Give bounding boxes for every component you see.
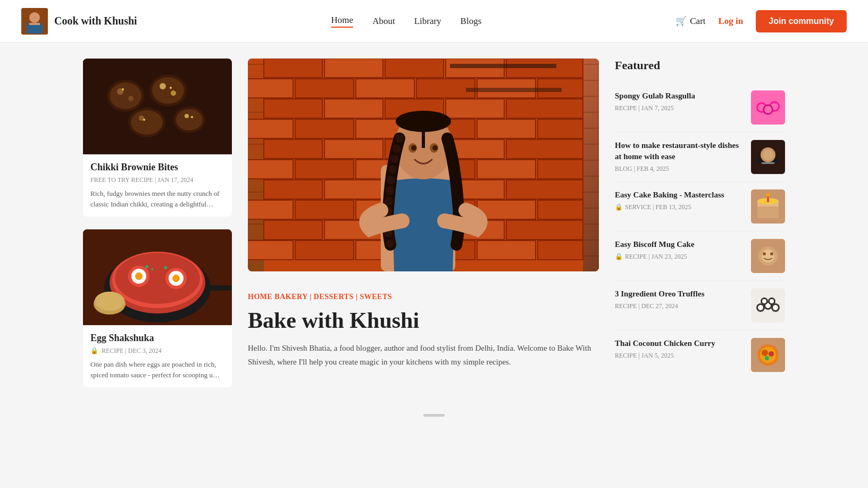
svg-point-127	[763, 252, 766, 255]
featured-thumb-4	[751, 288, 785, 322]
hero-background	[248, 59, 599, 271]
svg-rect-58	[295, 119, 354, 138]
login-link[interactable]: Log in	[719, 16, 744, 27]
svg-rect-97	[466, 88, 562, 92]
page-content: Chikki Brownie Bites FREE TO TRY RECIPE …	[62, 43, 806, 403]
svg-rect-80	[295, 200, 354, 219]
svg-point-112	[764, 106, 772, 113]
hero-category: HOME BAKERY | DESSERTS | SWEETS	[248, 293, 599, 301]
brand-name: Cook with Khushi	[54, 15, 137, 27]
svg-point-10	[152, 77, 184, 104]
featured-info-2: Easy Cake Baking - Masterclass 🔒 SERVICE…	[615, 189, 744, 211]
featured-item-2[interactable]: Easy Cake Baking - Masterclass 🔒 SERVICE…	[615, 182, 785, 231]
featured-thumb-0	[751, 90, 785, 125]
featured-item-3[interactable]: Easy Biscoff Mug Cake 🔒 RECIPE | Jan 23,…	[615, 231, 785, 281]
nav-right: 🛒 Cart Log in Join community	[675, 10, 847, 32]
svg-rect-101	[422, 121, 425, 148]
svg-point-18	[185, 114, 189, 118]
featured-item-4[interactable]: 3 Ingredient Oreo Truffles RECIPE | Dec …	[615, 281, 785, 330]
svg-rect-41	[264, 59, 322, 78]
card-chikki-brownie[interactable]: Chikki Brownie Bites FREE TO TRY RECIPE …	[83, 59, 232, 217]
nav-link-home[interactable]: Home	[331, 15, 354, 28]
svg-point-131	[758, 305, 763, 310]
svg-point-36	[164, 266, 167, 269]
svg-rect-3	[29, 23, 40, 25]
featured-heading: Featured	[615, 59, 785, 72]
nav-link-about[interactable]: About	[372, 16, 395, 27]
svg-rect-47	[295, 79, 354, 98]
svg-point-35	[151, 268, 153, 270]
featured-item-0[interactable]: Spongy Gulab Rasgulla RECIPE | Jan 7, 20…	[615, 83, 785, 133]
featured-title-4: 3 Ingredient Oreo Truffles	[615, 288, 744, 300]
card-body-brownie: Chikki Brownie Bites FREE TO TRY RECIPE …	[83, 154, 232, 217]
card-desc-shakshuka: One pan dish where eggs are poached in r…	[90, 359, 224, 380]
nav-links: Home About Library Blogs	[331, 15, 482, 28]
featured-title-5: Thai Coconut Chicken Curry	[615, 338, 744, 349]
svg-point-105	[432, 145, 438, 151]
join-button[interactable]: Join community	[756, 10, 847, 32]
svg-rect-56	[506, 99, 583, 118]
card-desc-brownie: Rich, fudgy brownies meet the nutty crun…	[90, 188, 224, 209]
featured-thumb-3	[751, 239, 785, 273]
svg-point-19	[122, 88, 124, 90]
svg-point-145	[765, 356, 769, 360]
svg-rect-68	[248, 160, 293, 179]
svg-point-116	[763, 150, 773, 160]
svg-point-128	[770, 252, 773, 255]
featured-title-3: Easy Biscoff Mug Cake	[615, 239, 744, 250]
svg-rect-85	[264, 220, 322, 239]
featured-item-5[interactable]: Thai Coconut Chicken Curry RECIPE | Jan …	[615, 330, 785, 379]
cart-icon: 🛒	[675, 15, 687, 27]
featured-meta-3: 🔒 RECIPE | Jan 23, 2025	[615, 253, 744, 261]
svg-rect-67	[506, 139, 583, 159]
hero-description: Hello. I'm Shivesh Bhatia, a food blogge…	[248, 342, 599, 369]
svg-rect-43	[385, 59, 444, 78]
card-meta-shakshuka: 🔒 RECIPE | Dec 3, 2024	[90, 347, 224, 355]
svg-rect-79	[248, 200, 293, 219]
svg-rect-4	[83, 59, 232, 154]
nav-link-blogs[interactable]: Blogs	[461, 16, 482, 27]
featured-info-4: 3 Ingredient Oreo Truffles RECIPE | Dec …	[615, 288, 744, 310]
svg-point-20	[170, 87, 172, 89]
svg-rect-94	[477, 241, 536, 260]
svg-point-22	[191, 116, 193, 118]
svg-rect-90	[248, 241, 293, 260]
center-column: HOME BAKERY | DESSERTS | SWEETS Bake wit…	[248, 59, 599, 387]
svg-rect-89	[506, 220, 583, 239]
svg-rect-91	[295, 241, 354, 260]
svg-rect-95	[538, 241, 583, 260]
hero-title: Bake with Khushi	[248, 308, 599, 333]
featured-thumb-1	[751, 140, 785, 174]
card-shakshuka[interactable]: Egg Shakshuka 🔒 RECIPE | Dec 3, 2024 One…	[83, 229, 232, 387]
nav-link-library[interactable]: Library	[414, 16, 441, 27]
svg-point-1	[29, 12, 40, 23]
svg-point-6	[110, 82, 141, 109]
svg-point-137	[762, 299, 766, 303]
featured-item-1[interactable]: How to make restaurant-style dishes at h…	[615, 133, 785, 182]
svg-point-30	[135, 272, 143, 280]
featured-thumb-2	[751, 189, 785, 224]
svg-rect-37	[205, 285, 232, 291]
featured-title-1: How to make restaurant-style dishes at h…	[615, 140, 744, 162]
brand-logo[interactable]: Cook with Khushi	[21, 8, 137, 35]
svg-rect-119	[757, 205, 779, 218]
featured-list: Spongy Gulab Rasgulla RECIPE | Jan 7, 20…	[615, 83, 785, 379]
svg-point-144	[769, 351, 774, 357]
svg-rect-48	[356, 79, 414, 98]
svg-point-143	[762, 350, 768, 356]
svg-rect-73	[538, 160, 583, 179]
cart-link[interactable]: 🛒 Cart	[675, 15, 705, 27]
svg-rect-53	[324, 99, 383, 118]
logo-image	[21, 8, 48, 35]
card-meta-brownie: FREE TO TRY RECIPE | Jan 17, 2024	[90, 176, 224, 184]
svg-point-17	[176, 109, 203, 130]
featured-info-5: Thai Coconut Chicken Curry RECIPE | Jan …	[615, 338, 744, 360]
card-title-shakshuka: Egg Shakshuka	[90, 333, 224, 344]
navigation: Cook with Khushi Home About Library Blog…	[0, 0, 868, 43]
featured-thumb-5	[751, 338, 785, 372]
svg-rect-61	[477, 119, 536, 138]
lock-icon-3: 🔒	[615, 253, 623, 261]
featured-info-3: Easy Biscoff Mug Cake 🔒 RECIPE | Jan 23,…	[615, 239, 744, 261]
svg-rect-57	[248, 119, 293, 138]
featured-meta-0: RECIPE | Jan 7, 2025	[615, 104, 744, 112]
